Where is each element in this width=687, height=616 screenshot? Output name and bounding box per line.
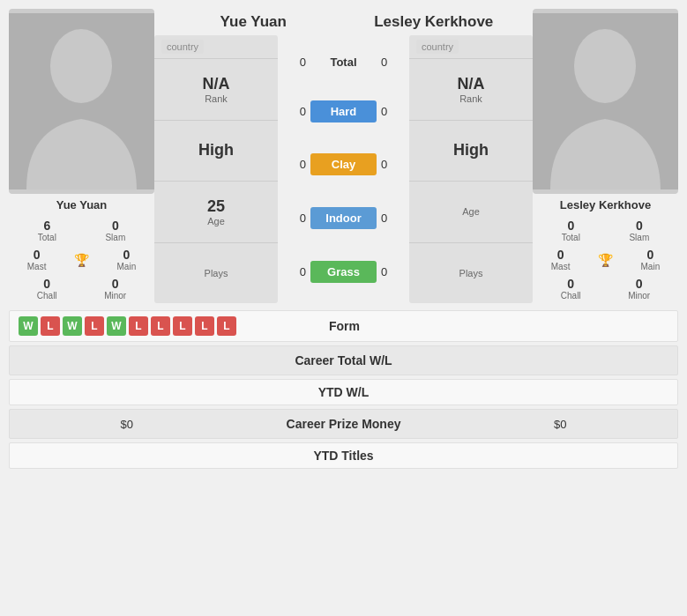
- grass-label: Grass: [327, 265, 360, 278]
- grass-row[interactable]: 0 Grass 0: [284, 261, 403, 283]
- ytd-titles-label: YTD Titles: [235, 449, 452, 463]
- left-minor-value: 0: [104, 277, 126, 291]
- bottom-section: WLWLWLLLLL Form Career Total W/L YTD W/L…: [9, 310, 678, 469]
- hard-left-score: 0: [284, 105, 310, 118]
- career-prize-right: $0: [452, 418, 668, 431]
- clay-right-score: 0: [377, 158, 403, 171]
- form-row: WLWLWLLLLL Form: [9, 310, 678, 342]
- left-rank-label: Rank: [159, 93, 273, 104]
- left-name-text: Yue Yuan: [56, 198, 108, 212]
- grass-button[interactable]: Grass: [310, 261, 377, 283]
- form-badge-w: W: [107, 316, 126, 336]
- right-country-row: country: [409, 35, 533, 59]
- left-mast-label: Mast: [27, 262, 47, 271]
- total-row: 0 Total 0: [284, 56, 403, 69]
- ytd-titles-row: YTD Titles: [9, 442, 678, 469]
- left-chall-label: Chall: [37, 291, 57, 301]
- left-main-stat: 0 Main: [117, 248, 137, 271]
- right-minor-value: 0: [628, 277, 650, 291]
- hard-button[interactable]: Hard: [310, 100, 377, 122]
- left-total-stat: 6 Total: [38, 219, 56, 242]
- left-player-name-header: Yue Yuan: [163, 9, 344, 35]
- top-section: Yue Yuan 6 Total 0 Slam 0 Mast 🏆: [9, 9, 678, 303]
- right-name-header-text: Lesley Kerkhove: [374, 13, 493, 30]
- form-badge-l: L: [129, 316, 148, 336]
- indoor-label: Indoor: [325, 212, 361, 225]
- left-main-value: 0: [117, 248, 137, 262]
- right-age-stat: Age: [409, 182, 533, 243]
- career-prize-left: $0: [19, 418, 235, 431]
- left-chall-value: 0: [37, 277, 57, 291]
- left-high-stat: High: [154, 121, 278, 182]
- clay-button[interactable]: Clay: [310, 153, 377, 175]
- left-age-value: 25: [159, 197, 273, 216]
- form-badge-w: W: [19, 316, 38, 336]
- left-panel: country N/A Rank High 25 Age Plays: [154, 35, 278, 303]
- indoor-row[interactable]: 0 Indoor 0: [284, 207, 403, 229]
- ytd-wl-row: YTD W/L: [9, 379, 678, 405]
- right-panel: country N/A Rank High Age Plays: [409, 35, 533, 303]
- right-minor-stat: 0 Minor: [628, 277, 650, 301]
- right-minor-label: Minor: [628, 291, 650, 301]
- left-main-label: Main: [117, 262, 137, 271]
- right-total-label: Total: [562, 233, 580, 242]
- main-container: Yue Yuan 6 Total 0 Slam 0 Mast 🏆: [0, 0, 687, 481]
- form-label: Form: [236, 319, 452, 333]
- right-slam-value: 0: [629, 219, 649, 233]
- indoor-button[interactable]: Indoor: [310, 207, 377, 229]
- left-age-stat: 25 Age: [154, 182, 278, 243]
- hard-right-score: 0: [377, 105, 403, 118]
- left-country-row: country: [154, 35, 278, 59]
- left-player-name-below: Yue Yuan: [9, 194, 154, 216]
- grass-right-score: 0: [377, 265, 403, 278]
- center-block: Yue Yuan Lesley Kerkhove country N/A Ran…: [154, 9, 533, 303]
- right-total-value: 0: [562, 219, 580, 233]
- total-right-score: 0: [377, 56, 403, 69]
- hard-row[interactable]: 0 Hard 0: [284, 100, 403, 122]
- career-prize-label: Career Prize Money: [235, 417, 452, 431]
- right-mast-stat: 0 Mast: [551, 248, 571, 271]
- right-slam-stat: 0 Slam: [629, 219, 649, 242]
- clay-row[interactable]: 0 Clay 0: [284, 153, 403, 175]
- right-stats-row3: 0 Chall 0 Minor: [533, 274, 678, 303]
- left-slam-label: Slam: [105, 233, 125, 242]
- right-stats-row2: 0 Mast 🏆 0 Main: [533, 245, 678, 274]
- right-total-stat: 0 Total: [562, 219, 580, 242]
- middle-panel: 0 Total 0 0 Hard 0: [280, 35, 407, 303]
- right-stats-row1: 0 Total 0 Slam: [533, 216, 678, 245]
- right-main-label: Main: [641, 262, 661, 271]
- right-plays-stat: Plays: [409, 243, 533, 304]
- right-mast-label: Mast: [551, 262, 571, 271]
- left-total-value: 6: [38, 219, 56, 233]
- left-stats-row1: 6 Total 0 Slam: [9, 216, 154, 245]
- left-stats-row2: 0 Mast 🏆 0 Main: [9, 245, 154, 274]
- form-badge-l: L: [41, 316, 60, 336]
- left-player-block: Yue Yuan 6 Total 0 Slam 0 Mast 🏆: [9, 9, 154, 303]
- right-main-value: 0: [641, 248, 661, 262]
- left-high-value: High: [159, 141, 273, 160]
- right-chall-value: 0: [561, 277, 581, 291]
- right-rank-label: Rank: [414, 93, 528, 104]
- left-slam-value: 0: [105, 219, 125, 233]
- names-header: Yue Yuan Lesley Kerkhove: [154, 9, 533, 35]
- indoor-right-score: 0: [377, 212, 403, 225]
- left-mast-stat: 0 Mast: [27, 248, 47, 271]
- form-badge-w: W: [63, 316, 82, 336]
- right-name-text: Lesley Kerkhove: [560, 198, 651, 212]
- left-plays-label: Plays: [159, 268, 273, 278]
- left-minor-stat: 0 Minor: [104, 277, 126, 301]
- right-player-photo: [533, 9, 678, 194]
- left-rank-stat: N/A Rank: [154, 59, 278, 121]
- left-rank-value: N/A: [159, 75, 273, 93]
- clay-left-score: 0: [284, 158, 310, 171]
- left-trophy-icon: 🏆: [74, 253, 89, 267]
- total-left-score: 0: [284, 56, 310, 69]
- career-wl-label: Career Total W/L: [235, 353, 452, 367]
- left-name-header-text: Yue Yuan: [220, 13, 287, 30]
- right-chall-stat: 0 Chall: [561, 277, 581, 301]
- right-rank-stat: N/A Rank: [409, 59, 533, 121]
- form-badge-l: L: [151, 316, 170, 336]
- right-age-label: Age: [414, 206, 528, 217]
- left-mast-value: 0: [27, 248, 47, 262]
- right-rank-value: N/A: [414, 75, 528, 93]
